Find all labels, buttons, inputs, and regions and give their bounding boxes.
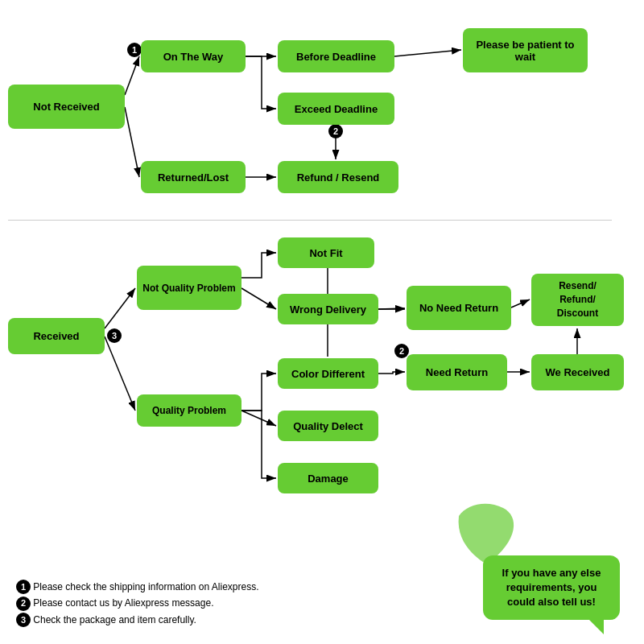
color-different-node: Color Different [278,358,378,389]
circle-3: 3 [107,328,122,343]
footnote-circle-2: 2 [16,597,31,611]
footnote-3: 3 Check the package and item carefully. [16,612,259,628]
footnote-1: 1 Please check the shipping information … [16,579,259,595]
resend-refund-node: Resend/ Refund/ Discount [531,274,624,326]
before-deadline-node: Before Deadline [278,40,394,72]
we-received-node: We Received [531,354,624,390]
svg-line-8 [105,336,135,411]
need-return-node: Need Return [407,354,507,390]
footnotes-section: 1 Please check the shipping information … [16,579,259,628]
divider [8,220,612,221]
quality-problem-node: Quality Problem [137,394,242,427]
speech-bubble: If you have any else requirements, you c… [483,555,620,620]
on-the-way-node: On The Way [141,40,246,72]
received-node: Received [8,318,105,354]
not-fit-node: Not Fit [278,237,374,268]
svg-line-9 [242,288,276,309]
please-wait-node: Please be patient to wait [463,28,588,72]
not-received-node: Not Received [8,85,125,129]
footnote-2: 2 Please contact us by Aliexpress messag… [16,595,259,611]
circle-2-bottom: 2 [394,344,409,358]
svg-line-12 [511,299,530,308]
svg-line-2 [125,107,139,177]
returned-lost-node: Returned/Lost [141,161,246,193]
flowchart-diagram: 1 2 3 2 Not Received On The Way Before D… [0,0,644,644]
svg-line-1 [125,56,139,95]
svg-line-7 [105,288,135,328]
footnote-circle-3: 3 [16,613,31,627]
exceed-deadline-node: Exceed Deadline [278,93,394,125]
wrong-delivery-node: Wrong Delivery [278,294,378,324]
not-quality-node: Not Quality Problem [137,266,242,310]
quality-defect-node: Quality Delect [278,411,378,441]
svg-line-10 [242,411,276,426]
circle-2-top: 2 [328,124,343,138]
no-need-return-node: No Need Return [407,286,511,330]
svg-line-11 [378,308,405,309]
refund-resend-node: Refund / Resend [278,161,398,193]
circle-1: 1 [127,43,142,57]
svg-line-4 [394,50,461,56]
damage-node: Damage [278,463,378,493]
footnote-circle-1: 1 [16,580,31,594]
